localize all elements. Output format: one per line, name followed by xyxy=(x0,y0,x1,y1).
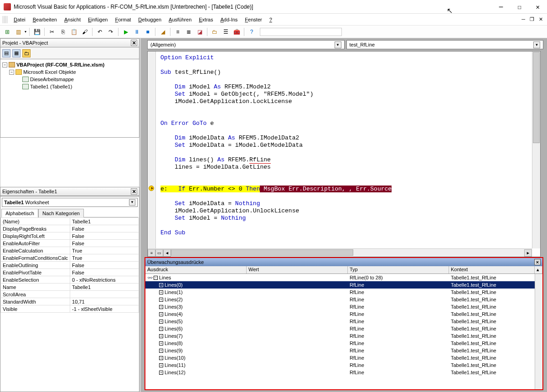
excel-icon[interactable]: ⊞ xyxy=(3,27,12,36)
expand-icon[interactable]: + xyxy=(159,298,163,302)
watch-scroll-up-button[interactable]: ▴ xyxy=(535,266,542,273)
close-button[interactable]: ✕ xyxy=(532,1,543,12)
cut-button[interactable]: ✂ xyxy=(47,27,57,36)
prop-key[interactable]: DisplayRightToLeft xyxy=(1,232,70,240)
prop-key[interactable]: Name xyxy=(1,284,70,291)
expand-icon[interactable]: + xyxy=(159,334,163,338)
prop-value[interactable]: True xyxy=(70,254,139,262)
code-vertical-scrollbar[interactable] xyxy=(532,52,540,248)
prop-value[interactable]: -1 - xlSheetVisible xyxy=(70,305,139,313)
watch-vertical-scrollbar[interactable] xyxy=(535,274,542,389)
undo-button[interactable]: ↶ xyxy=(95,27,104,36)
tree-folder[interactable]: Microsoft Excel Objekte xyxy=(23,69,76,75)
prop-value[interactable] xyxy=(70,291,139,298)
watch-col-expression[interactable]: Ausdruck xyxy=(145,266,247,273)
properties-panel-close-button[interactable]: × xyxy=(131,188,137,195)
menu-debuggen[interactable]: Debuggen xyxy=(134,15,165,24)
dropdown-icon[interactable]: ▼ xyxy=(129,199,135,206)
reset-button[interactable]: ■ xyxy=(143,27,152,36)
scroll-left-button[interactable]: ◄ xyxy=(163,249,171,257)
prop-value[interactable]: False xyxy=(70,269,139,276)
watch-row[interactable]: +Lines(5)RfLineTabelle1.test_RfLine xyxy=(145,318,535,325)
redo-button[interactable]: ↷ xyxy=(106,27,115,36)
procedure-combo[interactable]: test_RfLine▼ xyxy=(346,40,544,49)
watch-row[interactable]: +Lines(8)RfLineTabelle1.test_RfLine xyxy=(145,340,535,347)
watch-row[interactable]: +Lines(7)RfLineTabelle1.test_RfLine xyxy=(145,332,535,340)
break-button[interactable]: ⏸ xyxy=(132,27,141,36)
format-button[interactable]: 🖌 xyxy=(80,27,89,36)
procedure-view-button[interactable]: ▭ xyxy=(155,249,163,257)
watch-row[interactable]: +Lines(12)RfLineTabelle1.test_RfLine xyxy=(145,369,535,376)
minimize-button[interactable]: ─ xyxy=(495,1,506,12)
menu-?[interactable]: ? xyxy=(266,15,276,24)
properties-grid[interactable]: (Name)Tabelle1DisplayPageBreaksFalseDisp… xyxy=(0,217,139,392)
code-content[interactable]: Option Explicit Sub test_RfLine() Dim iM… xyxy=(156,52,532,248)
dropdown-icon[interactable]: ▼ xyxy=(533,41,540,48)
project-explorer-button[interactable]: 🗀 xyxy=(210,27,219,36)
prop-value[interactable]: False xyxy=(70,232,139,240)
prop-value[interactable]: Tabelle1 xyxy=(70,284,139,291)
bookmark-button[interactable]: ◪ xyxy=(195,27,204,36)
code-horizontal-scrollbar[interactable]: ≡ ▭ ◄ ► xyxy=(148,248,532,257)
project-tree[interactable]: −VBAProject (RF-COM_5-RfLine.xlsm) −Micr… xyxy=(0,59,139,138)
paste-button[interactable]: 📋 xyxy=(69,27,78,36)
expand-icon[interactable]: + xyxy=(159,341,163,346)
object-combo[interactable]: (Allgemein)▼ xyxy=(147,40,345,49)
menu-ausführen[interactable]: Ausführen xyxy=(165,15,195,24)
tree-project[interactable]: VBAProject (RF-COM_5-RfLine.xlsm) xyxy=(16,62,104,67)
expand-icon[interactable]: + xyxy=(159,349,163,353)
properties-object-selector[interactable]: Tabelle1 Worksheet ▼ xyxy=(2,198,138,207)
toolbox-button[interactable]: 🧰 xyxy=(232,27,241,36)
watch-row[interactable]: +Lines(3)RfLineTabelle1.test_RfLine xyxy=(145,303,535,310)
menu-datei[interactable]: Datei xyxy=(10,15,29,24)
watch-col-context[interactable]: Kontext xyxy=(449,266,535,273)
menubar-grip[interactable] xyxy=(3,16,7,23)
prop-key[interactable]: EnableCalculation xyxy=(1,247,70,254)
outdent-button[interactable]: ≡ xyxy=(173,27,182,36)
prop-value[interactable]: False xyxy=(70,262,139,269)
menu-bearbeiten[interactable]: Bearbeiten xyxy=(29,15,61,24)
insert-module-button[interactable]: ▥ xyxy=(14,27,23,36)
prop-value[interactable]: True xyxy=(70,247,139,254)
tab-alphabetical[interactable]: Alphabetisch xyxy=(1,209,38,217)
prop-key[interactable]: EnableSelection xyxy=(1,276,70,284)
prop-value[interactable]: False xyxy=(70,240,139,247)
watch-row[interactable]: +Lines(9)RfLineTabelle1.test_RfLine xyxy=(145,347,535,354)
tree-item-workbook[interactable]: DieseArbeitsmappe xyxy=(30,77,74,82)
collapse-icon[interactable]: − xyxy=(154,276,158,280)
prop-key[interactable]: Visible xyxy=(1,305,70,313)
properties-button[interactable]: ☰ xyxy=(221,27,230,36)
mdi-close-button[interactable]: ✕ xyxy=(537,16,544,22)
dropdown-icon[interactable]: ▼ xyxy=(335,41,341,48)
design-mode-button[interactable]: ◢ xyxy=(158,27,167,36)
view-code-button[interactable]: ▤ xyxy=(2,49,10,57)
expand-icon[interactable]: + xyxy=(159,290,163,294)
mdi-restore-button[interactable]: ❐ xyxy=(528,16,536,22)
save-button[interactable]: 💾 xyxy=(32,27,41,36)
view-object-button[interactable]: ▦ xyxy=(12,49,21,57)
expand-icon[interactable]: + xyxy=(159,371,163,375)
watch-row[interactable]: +Lines(0)RfLineTabelle1.test_RfLine xyxy=(145,281,535,289)
menu-fenster[interactable]: Fenster xyxy=(241,15,265,24)
tree-item-sheet[interactable]: Tabelle1 (Tabelle1) xyxy=(30,84,72,89)
scroll-right-button[interactable]: ► xyxy=(524,249,532,257)
toggle-folders-button[interactable]: 🗀 xyxy=(22,49,31,57)
help-button[interactable]: ? xyxy=(247,27,256,36)
watch-expr[interactable]: Lines xyxy=(159,275,171,280)
run-button[interactable]: ▶ xyxy=(121,27,130,36)
watch-row[interactable]: +Lines(4)RfLineTabelle1.test_RfLine xyxy=(145,310,535,318)
watch-columns[interactable]: Ausdruck Wert Typ Kontext ▴ xyxy=(145,266,542,274)
tree-collapse-icon[interactable]: − xyxy=(2,62,7,67)
expand-icon[interactable]: + xyxy=(159,327,163,331)
search-box[interactable] xyxy=(260,28,342,36)
menu-ansicht[interactable]: Ansicht xyxy=(61,15,84,24)
prop-key[interactable]: EnableAutoFilter xyxy=(1,240,70,247)
menu-extras[interactable]: Extras xyxy=(195,15,217,24)
mdi-minimize-button[interactable]: ─ xyxy=(520,16,526,22)
prop-key[interactable]: DisplayPageBreaks xyxy=(1,225,70,232)
menu-einfügen[interactable]: Einfügen xyxy=(84,15,111,24)
watch-body[interactable]: 👓−LinesRfLine(0 to 28)Tabelle1.test_RfLi… xyxy=(145,274,535,389)
maximize-button[interactable]: ☐ xyxy=(514,1,525,12)
prop-value[interactable]: 0 - xlNoRestrictions xyxy=(70,276,139,284)
prop-key[interactable]: (Name) xyxy=(1,218,70,225)
